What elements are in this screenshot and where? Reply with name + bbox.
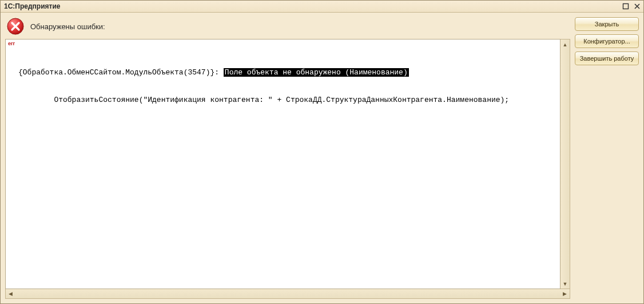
window: 1С:Предприятие bbox=[0, 0, 644, 304]
configurator-button[interactable]: Конфигуратор... bbox=[575, 34, 639, 48]
code-line-1-prefix: {Обработка.ОбменССайтом.МодульОбъекта(35… bbox=[18, 68, 224, 77]
scroll-down-icon[interactable]: ▼ bbox=[560, 279, 570, 289]
editor-wrap: err {Обработка.ОбменССайтом.МодульОбъект… bbox=[5, 39, 570, 289]
error-tag-icon: err bbox=[6, 41, 17, 47]
code-line-1: {Обработка.ОбменССайтом.МодульОбъекта(35… bbox=[6, 68, 560, 77]
error-editor[interactable]: err {Обработка.ОбменССайтом.МодульОбъект… bbox=[5, 39, 560, 289]
scroll-right-icon[interactable]: ▶ bbox=[560, 289, 570, 298]
svg-rect-0 bbox=[623, 4, 629, 9]
code-line-2: ОтобразитьСостояние("Идентификация контр… bbox=[6, 96, 560, 105]
horizontal-scrollbar[interactable]: ◀ ▶ bbox=[5, 289, 570, 299]
scroll-up-icon[interactable]: ▲ bbox=[560, 40, 570, 49]
close-icon[interactable] bbox=[633, 2, 641, 10]
button-panel: Закрыть Конфигуратор... Завершить работу bbox=[575, 17, 639, 299]
content-column: Обнаружены ошибки: err {Обработка.ОбменС… bbox=[5, 17, 570, 299]
close-button[interactable]: Закрыть bbox=[575, 17, 639, 31]
errors-header: Обнаружены ошибки: bbox=[5, 17, 570, 39]
maximize-icon[interactable] bbox=[622, 2, 630, 10]
scroll-left-icon[interactable]: ◀ bbox=[6, 289, 15, 298]
titlebar: 1С:Предприятие bbox=[1, 1, 643, 13]
errors-header-text: Обнаружены ошибки: bbox=[30, 22, 105, 31]
shutdown-button[interactable]: Завершить работу bbox=[575, 52, 639, 65]
vertical-scrollbar[interactable]: ▲ ▼ bbox=[560, 39, 570, 289]
error-icon bbox=[6, 17, 25, 35]
code-line-1-highlight: Поле объекта не обнаружено (Наименование… bbox=[224, 68, 409, 77]
window-controls bbox=[622, 2, 641, 10]
window-title: 1С:Предприятие bbox=[4, 2, 60, 10]
window-body: Обнаружены ошибки: err {Обработка.ОбменС… bbox=[1, 13, 643, 303]
